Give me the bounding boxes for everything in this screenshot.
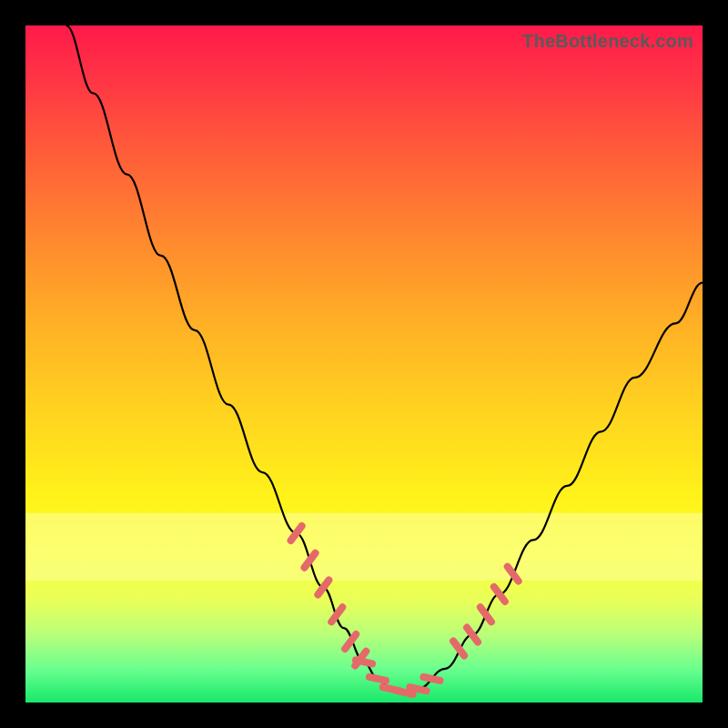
highlight-tick xyxy=(467,628,478,642)
highlight-tick xyxy=(356,660,372,663)
highlight-tick xyxy=(480,607,491,622)
highlight-tick xyxy=(369,677,386,681)
highlight-tick xyxy=(397,691,413,694)
highlight-tick xyxy=(423,677,440,681)
chart-area: TheBottleneck.com xyxy=(25,25,703,703)
highlight-tick xyxy=(410,687,427,691)
watermark-text: TheBottleneck.com xyxy=(522,31,693,52)
highlight-tick xyxy=(494,587,505,602)
highlight-band xyxy=(25,513,703,581)
bottleneck-curve xyxy=(66,25,703,693)
plot-svg xyxy=(25,25,703,703)
